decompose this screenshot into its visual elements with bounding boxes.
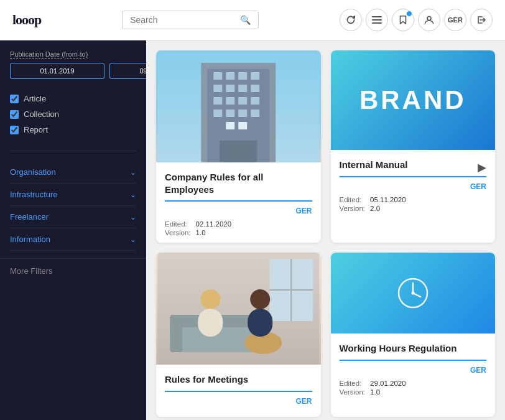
svg-rect-25 — [220, 141, 257, 162]
card-divider — [165, 200, 312, 202]
card-lang-internal-manual: GER — [340, 182, 487, 191]
edited-value: 29.01.2020 — [370, 380, 486, 387]
svg-rect-14 — [251, 85, 259, 92]
version-label: Version: — [165, 229, 191, 236]
card-image-building — [156, 50, 321, 162]
svg-rect-2 — [372, 22, 382, 24]
card-company-rules[interactable]: Company Rules for all Employees GER Edit… — [156, 50, 321, 243]
card-internal-manual[interactable]: BRAND Internal Manual ▶ GER Edited: 05.1… — [331, 50, 496, 243]
edited-label: Edited: — [340, 380, 366, 387]
chevron-down-icon: ⌄ — [130, 235, 136, 244]
svg-rect-21 — [238, 110, 247, 117]
type-filter-section: Article Collection Report — [0, 89, 146, 151]
chevron-down-icon: ⌄ — [130, 168, 136, 177]
filter-organisation[interactable]: Organisation ⌄ — [10, 161, 136, 184]
bookmark-button[interactable] — [392, 9, 414, 31]
date-to-input[interactable] — [109, 63, 146, 79]
refresh-button[interactable] — [340, 9, 362, 31]
version-label: Version: — [340, 388, 366, 396]
article-label: Article — [24, 94, 46, 103]
sidebar: Publication Date (from-to) Article Colle… — [0, 40, 146, 420]
card-lang-rules-meetings: GER — [165, 397, 312, 406]
content-area: Company Rules for all Employees GER Edit… — [146, 40, 505, 420]
edited-value: 02.11.2020 — [196, 220, 312, 228]
filter-freelancer-label: Freelancer — [10, 212, 49, 222]
chevron-down-icon: ⌄ — [130, 213, 136, 222]
collection-label: Collection — [24, 110, 59, 119]
brand-text: BRAND — [359, 85, 466, 115]
edited-label: Edited: — [340, 196, 366, 203]
svg-rect-13 — [238, 85, 247, 92]
card-body-rules-meetings: Rules for Meetings GER — [156, 365, 321, 417]
card-rules-meetings[interactable]: Rules for Meetings GER — [156, 253, 321, 417]
version-value: 1.0 — [370, 388, 486, 396]
svg-rect-18 — [251, 97, 259, 105]
version-value: 1.0 — [196, 229, 312, 236]
card-image-meeting — [156, 253, 321, 365]
cursor-icon: ▶ — [478, 161, 486, 174]
card-body-company-rules: Company Rules for all Employees GER Edit… — [156, 162, 321, 243]
more-filters[interactable]: More Filters — [0, 258, 146, 283]
version-label: Version: — [340, 205, 366, 212]
svg-point-3 — [427, 17, 431, 21]
pub-date-label: Publication Date (from-to) — [10, 50, 136, 58]
svg-point-35 — [200, 289, 220, 309]
card-divider — [340, 176, 487, 177]
search-bar: 🔍 — [122, 11, 259, 29]
filter-information-label: Information — [10, 235, 50, 244]
sidebar-divider — [10, 151, 136, 151]
svg-rect-23 — [226, 122, 234, 129]
card-body-working-hours: Working Hours Regulation GER Edited: 29.… — [331, 334, 496, 402]
version-value: 2.0 — [370, 205, 486, 212]
svg-rect-10 — [251, 72, 259, 80]
card-lang-working-hours: GER — [340, 366, 487, 375]
filter-freelancer[interactable]: Freelancer ⌄ — [10, 206, 136, 228]
card-working-hours[interactable]: Working Hours Regulation GER Edited: 29.… — [331, 253, 496, 417]
svg-rect-0 — [372, 16, 382, 17]
svg-rect-11 — [213, 85, 222, 92]
card-body-internal-manual: Internal Manual ▶ GER Edited: 05.11.2020… — [331, 150, 496, 218]
edited-label: Edited: — [165, 220, 191, 228]
svg-rect-38 — [248, 309, 272, 337]
list-button[interactable] — [366, 9, 388, 31]
svg-rect-12 — [226, 85, 234, 92]
checkbox-collection: Collection — [10, 110, 136, 119]
card-divider — [340, 360, 487, 361]
card-meta-internal-manual: Edited: 05.11.2020 Version: 2.0 — [340, 196, 487, 212]
card-title-company-rules: Company Rules for all Employees — [165, 171, 312, 195]
search-icon[interactable]: 🔍 — [240, 15, 251, 25]
search-input[interactable] — [130, 15, 240, 25]
brand-card-image: BRAND — [331, 50, 496, 150]
header: looop 🔍 GER — [0, 0, 505, 40]
logout-button[interactable] — [470, 9, 493, 31]
svg-point-37 — [250, 289, 270, 309]
svg-rect-7 — [213, 72, 222, 80]
filter-groups: Organisation ⌄ Infrastructure ⌄ Freelanc… — [0, 159, 146, 253]
svg-rect-17 — [238, 97, 247, 105]
main-layout: Publication Date (from-to) Article Colle… — [0, 40, 505, 420]
svg-rect-1 — [372, 19, 382, 21]
collection-checkbox[interactable] — [10, 110, 19, 119]
filter-information[interactable]: Information ⌄ — [10, 228, 136, 251]
user-button[interactable] — [418, 9, 440, 31]
svg-rect-15 — [213, 97, 222, 105]
report-label: Report — [24, 125, 48, 134]
logo: looop — [12, 12, 41, 28]
clock-icon — [397, 277, 429, 309]
edited-value: 05.11.2020 — [370, 196, 486, 203]
article-checkbox[interactable] — [10, 95, 19, 103]
filter-infrastructure-label: Infrastructure — [10, 190, 58, 199]
report-checkbox[interactable] — [10, 126, 19, 134]
svg-rect-16 — [226, 97, 234, 105]
card-title-rules-meetings: Rules for Meetings — [165, 373, 312, 386]
date-from-input[interactable] — [10, 63, 104, 79]
date-filter-section: Publication Date (from-to) — [0, 50, 146, 89]
chevron-down-icon: ⌄ — [130, 190, 136, 199]
language-button[interactable]: GER — [444, 9, 466, 31]
date-inputs — [10, 63, 136, 79]
card-meta-working-hours: Edited: 29.01.2020 Version: 1.0 — [340, 380, 487, 396]
svg-rect-24 — [238, 122, 247, 129]
filter-infrastructure[interactable]: Infrastructure ⌄ — [10, 184, 136, 206]
checkbox-report: Report — [10, 125, 136, 134]
clock-card-image — [331, 253, 496, 334]
